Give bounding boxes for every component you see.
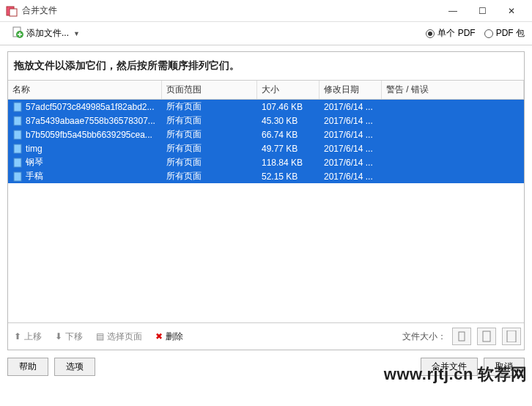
window-title: 合并文件 — [22, 4, 438, 17]
close-button[interactable]: ✕ — [497, 1, 526, 21]
file-icon — [12, 130, 23, 140]
filesize-label: 文件大小： — [402, 331, 446, 343]
file-name: timg — [26, 144, 43, 154]
file-warn — [382, 120, 524, 122]
table-row[interactable]: 手稿所有页面52.15 KB2017/6/14 ... — [8, 169, 524, 183]
move-down-button[interactable]: ⬇ 下移 — [52, 329, 86, 344]
arrow-down-icon: ⬇ — [55, 331, 62, 342]
table-row[interactable]: 57adcf5073c849985a1f82abd2...所有页面107.46 … — [8, 100, 524, 114]
file-name: 87a5439abaae7558b36578307... — [26, 116, 155, 126]
titlebar: 合并文件 — ☐ ✕ — [0, 0, 532, 22]
file-icon — [12, 144, 23, 154]
file-size: 52.15 KB — [257, 171, 319, 182]
table-row[interactable]: b7b5059fb5a45bb6639295cea...所有页面66.74 KB… — [8, 128, 524, 141]
table-header: 名称 页面范围 大小 修改日期 警告 / 错误 — [8, 80, 524, 100]
table-body[interactable]: 57adcf5073c849985a1f82abd2...所有页面107.46 … — [8, 100, 524, 322]
add-file-icon — [12, 26, 23, 40]
file-size: 107.46 KB — [257, 101, 319, 113]
file-date: 2017/6/14 ... — [319, 101, 382, 113]
radio-icon — [484, 29, 493, 38]
radio-pdf-package[interactable]: PDF 包 — [484, 27, 525, 40]
page-range: 所有页面 — [162, 100, 257, 114]
file-name: 手稿 — [26, 170, 43, 182]
hint-text: 拖放文件以添加它们，然后按所需顺序排列它们。 — [8, 52, 524, 80]
maximize-button[interactable]: ☐ — [468, 1, 497, 21]
delete-icon: ✖ — [155, 331, 163, 342]
file-name: b7b5059fb5a45bb6639295cea... — [26, 130, 152, 140]
file-size: 66.74 KB — [257, 129, 319, 141]
bottom-bar: 帮助 选项 合并文件 取消 — [0, 350, 532, 383]
file-date: 2017/6/14 ... — [319, 143, 382, 155]
file-date: 2017/6/14 ... — [319, 171, 382, 182]
svg-rect-12 — [507, 331, 516, 342]
table-row[interactable]: 钢琴所有页面118.84 KB2017/6/14 ... — [8, 155, 524, 169]
svg-rect-1 — [10, 9, 17, 16]
svg-rect-6 — [14, 130, 21, 139]
col-date[interactable]: 修改日期 — [319, 81, 382, 99]
file-warn — [382, 176, 524, 177]
file-icon — [12, 158, 23, 168]
svg-rect-8 — [14, 158, 21, 167]
file-size: 45.30 KB — [257, 115, 319, 127]
file-date: 2017/6/14 ... — [319, 157, 382, 169]
svg-rect-4 — [14, 103, 21, 111]
file-icon — [12, 171, 23, 182]
col-size[interactable]: 大小 — [257, 81, 319, 99]
add-files-button[interactable]: 添加文件... ▼ — [7, 25, 84, 42]
add-files-label: 添加文件... — [26, 27, 69, 40]
arrow-up-icon: ⬆ — [14, 331, 21, 342]
svg-rect-9 — [14, 172, 21, 181]
file-list-frame: 拖放文件以添加它们，然后按所需顺序排列它们。 名称 页面范围 大小 修改日期 警… — [7, 51, 525, 350]
toolbar: 添加文件... ▼ 单个 PDF PDF 包 — [0, 22, 532, 45]
page-range: 所有页面 — [162, 128, 257, 141]
size-medium-button[interactable] — [477, 328, 496, 345]
svg-rect-7 — [14, 144, 21, 153]
help-button[interactable]: 帮助 — [7, 358, 48, 376]
size-small-button[interactable] — [452, 328, 471, 345]
options-button[interactable]: 选项 — [54, 358, 95, 376]
minimize-button[interactable]: — — [438, 1, 468, 21]
merge-button[interactable]: 合并文件 — [421, 358, 478, 376]
col-name[interactable]: 名称 — [8, 81, 162, 99]
page-range: 所有页面 — [162, 141, 257, 155]
page-range: 所有页面 — [162, 155, 257, 169]
page-range: 所有页面 — [162, 114, 257, 128]
file-warn — [382, 148, 524, 150]
file-warn — [382, 106, 524, 108]
file-date: 2017/6/14 ... — [319, 129, 382, 141]
col-warn[interactable]: 警告 / 错误 — [382, 81, 524, 99]
svg-rect-11 — [483, 331, 490, 342]
file-icon — [12, 102, 23, 112]
svg-rect-10 — [459, 332, 465, 341]
file-size: 49.77 KB — [257, 143, 319, 155]
move-up-button[interactable]: ⬆ 上移 — [11, 329, 45, 344]
delete-button[interactable]: ✖ 删除 — [152, 329, 186, 344]
action-bar: ⬆ 上移 ⬇ 下移 ▤ 选择页面 ✖ 删除 文件大小： — [8, 322, 524, 350]
size-large-button[interactable] — [502, 328, 521, 345]
file-name: 钢琴 — [26, 156, 43, 169]
file-warn — [382, 134, 524, 136]
radio-single-pdf[interactable]: 单个 PDF — [426, 27, 475, 40]
file-warn — [382, 162, 524, 163]
pages-icon: ▤ — [96, 331, 104, 342]
col-range[interactable]: 页面范围 — [162, 81, 257, 99]
chevron-down-icon: ▼ — [73, 30, 80, 37]
select-pages-button[interactable]: ▤ 选择页面 — [93, 329, 145, 344]
app-icon — [6, 5, 18, 17]
file-size: 118.84 KB — [257, 157, 319, 169]
radio-icon — [426, 29, 435, 38]
file-name: 57adcf5073c849985a1f82abd2... — [26, 102, 155, 112]
file-date: 2017/6/14 ... — [319, 115, 382, 127]
table-row[interactable]: 87a5439abaae7558b36578307...所有页面45.30 KB… — [8, 114, 524, 128]
svg-rect-5 — [14, 117, 21, 125]
cancel-button[interactable]: 取消 — [484, 358, 525, 376]
file-icon — [12, 116, 23, 126]
page-range: 所有页面 — [162, 169, 257, 183]
table-row[interactable]: timg所有页面49.77 KB2017/6/14 ... — [8, 141, 524, 155]
